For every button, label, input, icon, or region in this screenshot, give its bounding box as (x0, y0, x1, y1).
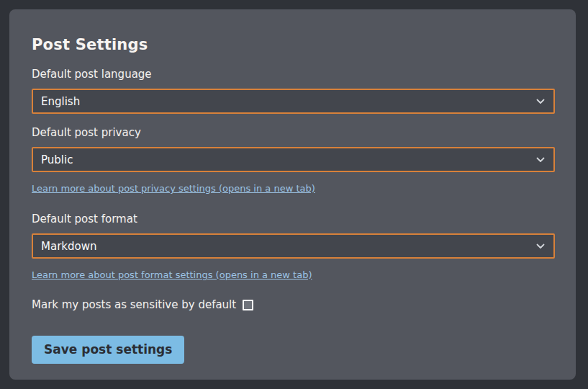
language-select-wrap: English (32, 89, 555, 114)
language-select[interactable]: English (32, 89, 555, 114)
language-label: Default post language (32, 68, 555, 81)
format-select-wrap: Markdown (32, 233, 555, 259)
privacy-select-wrap: Public (32, 147, 555, 172)
sensitive-label: Mark my posts as sensitive by default (32, 299, 236, 311)
sensitive-row: Mark my posts as sensitive by default (32, 299, 555, 311)
page-title: Post Settings (32, 37, 555, 53)
privacy-select[interactable]: Public (32, 147, 555, 172)
format-label: Default post format (32, 213, 555, 225)
sensitive-checkbox[interactable] (243, 300, 253, 310)
post-settings-card: Post Settings Default post language Engl… (9, 9, 576, 380)
privacy-label: Default post privacy (32, 127, 555, 139)
format-select[interactable]: Markdown (32, 233, 555, 259)
save-post-settings-button[interactable]: Save post settings (32, 336, 184, 364)
privacy-learn-more-link[interactable]: Learn more about post privacy settings (… (32, 183, 315, 194)
format-learn-more-link[interactable]: Learn more about post format settings (o… (32, 269, 312, 280)
